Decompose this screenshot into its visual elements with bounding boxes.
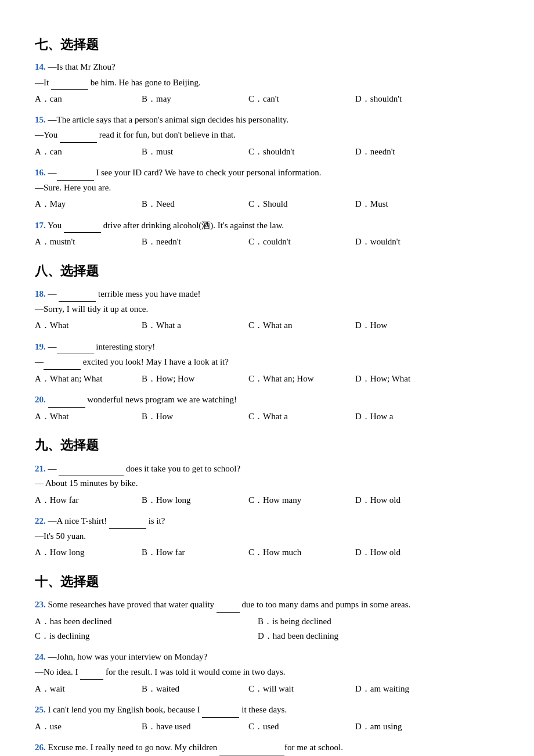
option-item[interactable]: D．am using bbox=[355, 719, 462, 735]
section-section7: 七、选择题14. —Is that Mr Zhou?—It be him. He… bbox=[35, 34, 499, 250]
question-block: 14. —Is that Mr Zhou?—It be him. He has … bbox=[35, 60, 499, 107]
question-number: 23. bbox=[35, 600, 46, 609]
question-subtext: —No idea. I for the result. I was told i… bbox=[35, 664, 499, 680]
option-item[interactable]: B．waited bbox=[142, 682, 248, 697]
option-item[interactable]: C．What a bbox=[248, 409, 355, 424]
section-section8: 八、选择题18. — terrible mess you have made!—… bbox=[35, 260, 499, 424]
option-item[interactable]: A．What bbox=[35, 409, 142, 424]
options-row: A．WhatB．HowC．What aD．How a bbox=[35, 409, 499, 424]
question-subtext: — excited you look! May I have a look at… bbox=[35, 354, 499, 370]
option-item[interactable]: B．needn't bbox=[142, 235, 248, 250]
option-item[interactable]: A．can bbox=[35, 92, 142, 107]
question-text: — does it take you to get to school? bbox=[48, 464, 241, 473]
question-block: 20. wonderful news program we are watchi… bbox=[35, 392, 499, 424]
option-item[interactable]: B．is being declined bbox=[258, 614, 481, 629]
option-item[interactable]: C．What an; How bbox=[248, 372, 355, 387]
option-item[interactable]: C．is declining bbox=[35, 629, 258, 644]
option-item[interactable]: A．How far bbox=[35, 493, 142, 508]
question-number: 26. bbox=[35, 743, 46, 752]
option-item[interactable]: B．must bbox=[142, 145, 248, 160]
option-item[interactable]: D．Must bbox=[355, 197, 462, 212]
question-block: 22. —A nice T-shirt! is it?—It's 50 yuan… bbox=[35, 513, 499, 560]
question-block: 18. — terrible mess you have made!—Sorry… bbox=[35, 286, 499, 333]
option-item[interactable]: C．can't bbox=[248, 92, 355, 107]
options-row: A．canB．mustC．shouldn'tD．needn't bbox=[35, 145, 499, 160]
question-block: 19. — interesting story!— excited you lo… bbox=[35, 339, 499, 387]
question-text: I can't lend you my English book, becaus… bbox=[48, 705, 287, 714]
section-title: 九、选择题 bbox=[35, 434, 499, 456]
options-row: A．mustn'tB．needn'tC．couldn'tD．wouldn't bbox=[35, 235, 499, 250]
option-item[interactable]: D．How a bbox=[355, 409, 462, 424]
option-item[interactable]: D．shouldn't bbox=[355, 92, 462, 107]
option-item[interactable]: D．had been declining bbox=[258, 629, 481, 644]
option-item[interactable]: A．use bbox=[35, 719, 142, 735]
option-item[interactable]: B．How bbox=[142, 409, 248, 424]
section-title: 七、选择题 bbox=[35, 34, 499, 55]
question-text: —A nice T-shirt! is it? bbox=[48, 516, 165, 525]
question-block: 21. — does it take you to get to school?… bbox=[35, 461, 499, 508]
option-item[interactable]: B．What a bbox=[142, 318, 248, 333]
option-item[interactable]: D．How old bbox=[355, 493, 462, 508]
section-section9: 九、选择题21. — does it take you to get to sc… bbox=[35, 434, 499, 560]
option-item[interactable]: C．used bbox=[248, 719, 355, 735]
option-item[interactable]: B．How long bbox=[142, 493, 248, 508]
question-text: —Is that Mr Zhou? bbox=[48, 62, 116, 71]
question-text: wonderful news program we are watching! bbox=[48, 395, 237, 404]
question-number: 19. bbox=[35, 342, 46, 351]
option-item[interactable]: A．May bbox=[35, 197, 142, 212]
question-subtext: — About 15 minutes by bike. bbox=[35, 476, 499, 491]
options-row: A．has been declinedB．is being declinedC．… bbox=[35, 614, 499, 644]
option-item[interactable]: A．What bbox=[35, 318, 142, 333]
question-block: 15. —The article says that a person's an… bbox=[35, 113, 499, 160]
option-item[interactable]: C．shouldn't bbox=[248, 145, 355, 160]
question-block: 23. Some researches have proved that wat… bbox=[35, 597, 499, 644]
question-block: 17. You drive after drinking alcohol(酒).… bbox=[35, 218, 499, 250]
options-row: A．MayB．NeedC．ShouldD．Must bbox=[35, 197, 499, 212]
option-item[interactable]: D．wouldn't bbox=[355, 235, 462, 250]
option-item[interactable]: A．wait bbox=[35, 682, 142, 697]
option-item[interactable]: B．How; How bbox=[142, 372, 248, 387]
question-subtext: —It's 50 yuan. bbox=[35, 529, 499, 544]
question-subtext: —It be him. He has gone to Beijing. bbox=[35, 75, 499, 91]
option-item[interactable]: D．How bbox=[355, 318, 462, 333]
question-number: 18. bbox=[35, 289, 46, 298]
option-item[interactable]: D．How; What bbox=[355, 372, 462, 387]
question-text: — terrible mess you have made! bbox=[48, 289, 201, 298]
question-text: Some researches have proved that water q… bbox=[48, 600, 411, 609]
option-item[interactable]: C．How many bbox=[248, 493, 355, 508]
question-block: 25. I can't lend you my English book, be… bbox=[35, 702, 499, 734]
options-row: A．How longB．How farC．How muchD．How old bbox=[35, 545, 499, 560]
option-item[interactable]: C．What an bbox=[248, 318, 355, 333]
section-title: 八、选择题 bbox=[35, 260, 499, 282]
option-item[interactable]: A．How long bbox=[35, 545, 142, 560]
option-item[interactable]: D．How old bbox=[355, 545, 462, 560]
question-number: 24. bbox=[35, 652, 46, 661]
options-row: A．What an; WhatB．How; HowC．What an; HowD… bbox=[35, 372, 499, 387]
section-section10: 十、选择题23. Some researches have proved tha… bbox=[35, 571, 499, 756]
options-row: A．useB．have usedC．usedD．am using bbox=[35, 719, 499, 735]
option-item[interactable]: B．Need bbox=[142, 197, 248, 212]
option-item[interactable]: A．What an; What bbox=[35, 372, 142, 387]
question-text: —The article says that a person's animal… bbox=[48, 115, 289, 124]
question-text: You drive after drinking alcohol(酒). It'… bbox=[48, 221, 284, 230]
option-item[interactable]: A．has been declined bbox=[35, 614, 258, 629]
question-number: 25. bbox=[35, 705, 46, 714]
option-item[interactable]: C．will wait bbox=[248, 682, 355, 697]
option-item[interactable]: C．couldn't bbox=[248, 235, 355, 250]
option-item[interactable]: B．may bbox=[142, 92, 248, 107]
option-item[interactable]: B．have used bbox=[142, 719, 248, 735]
question-block: 16. — I see your ID card? We have to che… bbox=[35, 165, 499, 212]
options-row: A．How farB．How longC．How manyD．How old bbox=[35, 493, 499, 508]
option-item[interactable]: D．am waiting bbox=[355, 682, 462, 697]
option-item[interactable]: A．mustn't bbox=[35, 235, 142, 250]
option-item[interactable]: C．Should bbox=[248, 197, 355, 212]
options-row: A．canB．mayC．can'tD．shouldn't bbox=[35, 92, 499, 107]
question-subtext: —Sure. Here you are. bbox=[35, 181, 499, 196]
option-item[interactable]: D．needn't bbox=[355, 145, 462, 160]
option-item[interactable]: A．can bbox=[35, 145, 142, 160]
option-item[interactable]: C．How much bbox=[248, 545, 355, 560]
question-text: — I see your ID card? We have to check y… bbox=[48, 168, 322, 177]
question-text: — interesting story! bbox=[48, 342, 156, 351]
options-row: A．waitB．waitedC．will waitD．am waiting bbox=[35, 682, 499, 697]
option-item[interactable]: B．How far bbox=[142, 545, 248, 560]
